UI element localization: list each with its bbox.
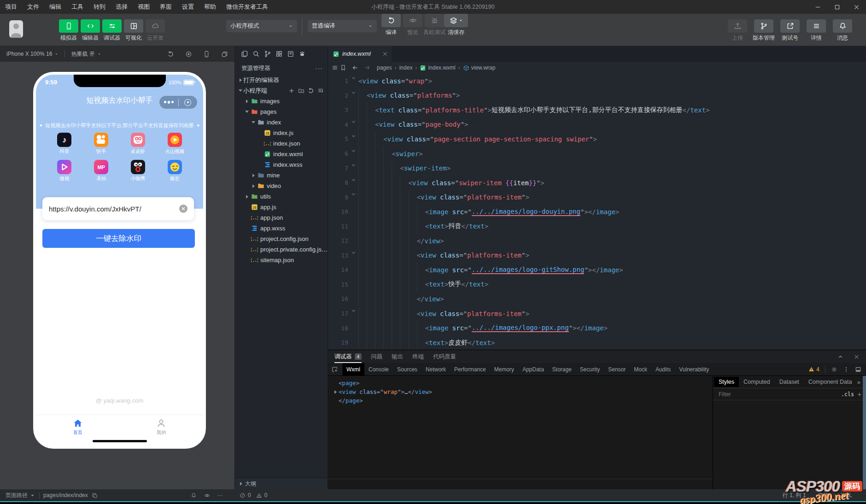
miniapp-tab-person[interactable]: 我的 xyxy=(120,415,204,439)
tree-item-app.json[interactable]: {..}app.json xyxy=(235,212,328,223)
device-select[interactable]: iPhone X 100% 16 xyxy=(6,51,59,57)
outline-section[interactable]: 大纲 xyxy=(235,478,328,489)
maximize-button[interactable] xyxy=(827,0,847,14)
platform-app-huoshan[interactable]: 火山视频 xyxy=(156,133,193,155)
menu-item[interactable]: 微信开发者工具 xyxy=(221,0,273,14)
tree-item-video[interactable]: video xyxy=(235,181,328,191)
devtools-tab-wxml[interactable]: Wxml xyxy=(342,363,364,375)
devtools-tab-appdata[interactable]: AppData xyxy=(518,363,548,375)
debugger-tab-调试器[interactable]: 调试器4 xyxy=(334,350,362,363)
platform-app-zuiyou[interactable]: 最右 xyxy=(156,160,193,182)
compile-button[interactable]: 编译 xyxy=(380,14,402,36)
page-path-select[interactable]: 页面路径 xyxy=(6,492,35,499)
devtools-tab-memory[interactable]: Memory xyxy=(490,363,518,375)
compile-mode-select[interactable]: 普通编译 xyxy=(308,20,377,32)
tree-item-app.wxss[interactable]: app.wxss xyxy=(235,223,328,234)
tree-item-index.json[interactable]: {..}index.json xyxy=(235,138,328,149)
tree-item-index[interactable]: index xyxy=(235,117,328,128)
avatar[interactable] xyxy=(9,20,23,38)
menu-item[interactable]: 转到 xyxy=(88,0,111,14)
test-account-button[interactable]: 测试号 xyxy=(777,14,803,42)
breadcrumb-item[interactable]: index.wxml xyxy=(420,64,455,71)
platform-app-douyin[interactable]: ♪抖音 xyxy=(46,133,83,155)
debugger-tab-终端[interactable]: 终端 xyxy=(412,350,424,363)
panel-expand-icon[interactable] xyxy=(837,354,843,360)
tree-item-sitemap.json[interactable]: {..}sitemap.json xyxy=(235,255,328,265)
menu-item[interactable]: 帮助 xyxy=(199,0,221,14)
devtools-tab-mock[interactable]: Mock xyxy=(630,363,651,375)
wxml-tree-pane[interactable]: <page><view class="wrap">…</view></page> xyxy=(328,376,713,489)
tree-item-[interactable]: 打开的编辑器 xyxy=(235,75,328,85)
tree-item-mine[interactable]: mine xyxy=(235,170,328,181)
collapse-icon[interactable] xyxy=(317,88,324,94)
menu-item[interactable]: 选择 xyxy=(111,0,133,14)
menu-item[interactable]: 设置 xyxy=(177,0,199,14)
git-branch-icon[interactable] xyxy=(264,50,271,58)
inspect-element-button[interactable] xyxy=(328,363,342,375)
files-icon[interactable] xyxy=(241,50,248,58)
preview-button[interactable]: 预览 xyxy=(402,14,423,36)
notifications-icon[interactable] xyxy=(191,492,197,498)
clear-input-button[interactable] xyxy=(179,205,187,213)
mode-select[interactable]: 小程序模式 xyxy=(226,20,297,32)
close-button[interactable] xyxy=(847,0,866,14)
editor-button[interactable]: 编辑器 xyxy=(80,14,101,42)
platform-app-kuaishou[interactable]: 快手 xyxy=(83,133,120,155)
simulator-button[interactable]: 模拟器 xyxy=(58,14,79,42)
paw-icon[interactable] xyxy=(298,50,306,58)
menu-item[interactable]: 项目 xyxy=(0,0,22,14)
copy-icon[interactable] xyxy=(92,492,98,498)
devtools-tab-vulnerability[interactable]: Vulnerability xyxy=(675,363,713,375)
tree-item-project.config.json[interactable]: {..}project.config.json xyxy=(235,234,328,244)
code-editor[interactable]: 1<view class="wrap">2<view class="platfo… xyxy=(328,74,866,350)
devtools-tab-network[interactable]: Network xyxy=(421,363,450,375)
tab-index-wxml[interactable]: index.wxml xyxy=(328,46,392,62)
url-input[interactable]: https://v.douyin.com/JxHkvPT/ xyxy=(42,197,194,220)
cloud-dev-button[interactable]: 云开发 xyxy=(145,14,166,42)
tree-item-app.js[interactable]: JSapp.js xyxy=(235,202,328,212)
extensions-icon[interactable] xyxy=(275,50,283,58)
tree-item-utils[interactable]: utils xyxy=(235,191,328,202)
menu-item[interactable]: 视图 xyxy=(133,0,155,14)
platform-app-ppx[interactable]: 皮皮虾 xyxy=(120,133,157,155)
breadcrumb-item[interactable]: view.wrap xyxy=(463,64,496,71)
panel-close-icon[interactable] xyxy=(854,354,860,360)
remove-watermark-button[interactable]: 一键去除水印 xyxy=(42,229,195,248)
version-button[interactable]: 版本管理 xyxy=(751,14,777,42)
menu-item[interactable]: 工具 xyxy=(66,0,88,14)
breadcrumb-item[interactable]: index xyxy=(399,64,413,71)
wxml-node[interactable]: </page> xyxy=(333,396,713,405)
new-folder-icon[interactable] xyxy=(298,88,304,94)
dock-side-icon[interactable] xyxy=(855,366,861,373)
more-actions-icon[interactable]: ··· xyxy=(315,64,323,72)
more-menu-button[interactable] xyxy=(159,101,178,104)
tree-item-[interactable]: 小程序端 xyxy=(235,85,328,96)
devtools-tab-security[interactable]: Security xyxy=(576,363,604,375)
home-indicator[interactable] xyxy=(93,440,147,442)
debugger-button[interactable]: 调试器 xyxy=(101,14,123,42)
list-icon[interactable] xyxy=(332,64,338,71)
devtools-tab-performance[interactable]: Performance xyxy=(450,363,490,375)
problems-group[interactable]: 0 0 xyxy=(240,489,267,501)
eye-icon[interactable] xyxy=(204,492,210,498)
platform-app-weishi[interactable]: 微视 xyxy=(46,160,83,182)
capsule-close-button[interactable] xyxy=(179,99,198,106)
scrollbar[interactable] xyxy=(863,376,866,489)
debugger-tab-代码质量[interactable]: 代码质量 xyxy=(433,350,456,363)
menu-item[interactable]: 文件 xyxy=(22,0,44,14)
menu-item[interactable]: 编辑 xyxy=(44,0,66,14)
debugger-tab-问题[interactable]: 问题 xyxy=(371,350,382,363)
refresh-icon[interactable] xyxy=(308,88,314,94)
minimize-button[interactable] xyxy=(808,0,827,14)
styles-tab-dataset[interactable]: Dataset xyxy=(775,377,804,387)
platform-app-meipai[interactable]: MP美拍 xyxy=(83,160,120,182)
wxml-node[interactable]: <page> xyxy=(333,379,713,387)
search-icon[interactable] xyxy=(252,50,260,58)
tree-item-index.wxss[interactable]: index.wxss xyxy=(235,159,328,170)
navigate-back-icon[interactable] xyxy=(352,64,358,71)
devtools-tab-sensor[interactable]: Sensor xyxy=(604,363,630,375)
miniapp-tab-house[interactable]: 首页 xyxy=(36,415,120,439)
devtools-tab-audits[interactable]: Audits xyxy=(651,363,675,375)
devtools-tab-console[interactable]: Console xyxy=(364,363,393,375)
upload-button[interactable]: 上传 xyxy=(725,14,750,42)
